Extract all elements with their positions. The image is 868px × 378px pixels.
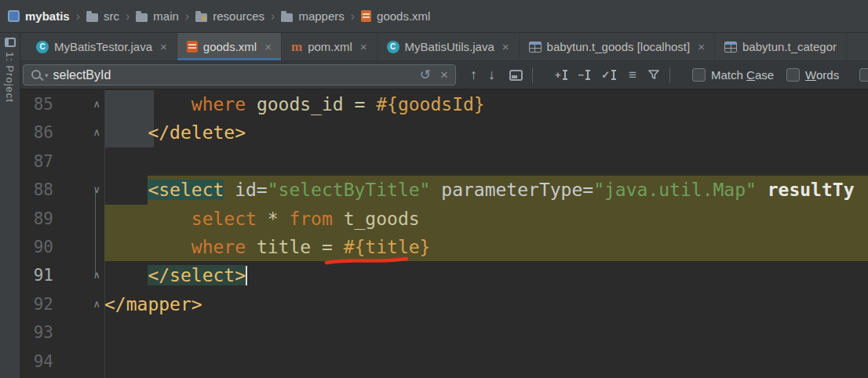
code-token: id= xyxy=(224,180,267,200)
search-history-chevron-icon[interactable]: ▾ xyxy=(45,71,49,79)
filter-icon[interactable] xyxy=(647,69,660,81)
close-tab-icon[interactable]: × xyxy=(360,40,367,53)
clear-search-icon[interactable]: × xyxy=(440,67,448,83)
chevron-right-icon: › xyxy=(185,9,189,24)
words-checkbox[interactable]: Words xyxy=(786,68,839,82)
fold-marker-icon[interactable]: ∧ xyxy=(93,290,100,318)
code-token: parameterType= xyxy=(430,180,593,200)
code-line-88[interactable]: 88∨ <select id="selectByTitle" parameter… xyxy=(20,176,868,204)
next-occurrence-icon[interactable]: ↓ xyxy=(488,67,495,83)
code-line-92[interactable]: 92∧</mapper> xyxy=(20,290,868,318)
tab-label: babytun.t_goods [localhost] xyxy=(547,40,691,53)
breadcrumb-item[interactable]: main xyxy=(136,9,179,23)
code-token xyxy=(104,94,191,114)
fold-connector-line xyxy=(95,205,96,233)
checkbox-box[interactable] xyxy=(859,68,868,82)
code-line-86[interactable]: 86∧ </delete> xyxy=(20,118,868,147)
regex-checkbox[interactable] xyxy=(859,68,868,82)
breadcrumb-item[interactable]: resources xyxy=(195,9,264,23)
fold-marker-icon[interactable]: ∧ xyxy=(93,261,100,289)
resources-icon xyxy=(195,13,207,22)
code-text[interactable] xyxy=(104,318,868,347)
breadcrumb-item[interactable]: goods.xml xyxy=(361,9,430,23)
tab-label: MyBatisTestor.java xyxy=(54,40,152,53)
code-token xyxy=(104,122,148,143)
code-text[interactable]: <select id="selectByTitle" parameterType… xyxy=(104,176,868,204)
editor-tab[interactable]: babytun.t_categor xyxy=(715,33,847,60)
project-strip-label[interactable]: 1: Project xyxy=(4,52,16,103)
line-number: 87 xyxy=(20,147,60,176)
search-options-icon[interactable]: ≡ xyxy=(629,67,636,83)
code-text[interactable]: select * from t_goods xyxy=(104,205,868,233)
code-line-91[interactable]: 91∧ </select> xyxy=(20,261,868,289)
class-icon: C xyxy=(387,41,399,53)
code-token: goods_id = xyxy=(246,94,376,114)
fold-marker-icon[interactable]: ∨ xyxy=(93,176,100,204)
chevron-right-icon: › xyxy=(271,9,275,24)
code-text[interactable]: where title = #{title} xyxy=(104,233,868,261)
folder-icon xyxy=(136,13,148,22)
close-tab-icon[interactable]: × xyxy=(502,40,509,53)
text-cursor-glyph xyxy=(564,70,566,80)
breadcrumb-item[interactable]: src xyxy=(86,9,119,23)
code-token: * xyxy=(257,209,290,229)
code-token: title = xyxy=(246,237,344,257)
tab-label: pom.xml xyxy=(308,40,352,53)
find-toolbar: ▾ selectById ↺ × ↑ ↓ + − ✓ ≡ Match Case … xyxy=(20,61,868,89)
checkbox-box[interactable] xyxy=(786,68,800,82)
code-text[interactable]: </select> xyxy=(104,261,868,289)
search-input[interactable]: selectById xyxy=(53,68,415,82)
words-label: Words xyxy=(805,68,839,82)
code-line-85[interactable]: 85∧ where goods_id = #{goodsId} xyxy=(20,90,868,118)
editor-pane[interactable]: 85∧ where goods_id = #{goodsId}86∧ </del… xyxy=(20,90,868,378)
line-number: 93 xyxy=(20,318,60,347)
code-line-94[interactable]: 94 xyxy=(20,347,868,376)
code-text[interactable]: where goods_id = #{goodsId} xyxy=(104,90,868,118)
fold-marker-icon[interactable]: ∧ xyxy=(93,118,100,147)
toolbar-separator xyxy=(532,67,533,83)
tab-label: babytun.t_categor xyxy=(742,40,837,53)
code-text[interactable]: </mapper> xyxy=(104,290,868,318)
code-area[interactable]: 85∧ where goods_id = #{goodsId}86∧ </del… xyxy=(20,90,868,378)
editor-tab[interactable]: CMyBatisTestor.java× xyxy=(27,33,177,60)
search-field[interactable]: ▾ selectById ↺ × xyxy=(23,64,456,85)
code-line-87[interactable]: 87 xyxy=(20,147,868,176)
close-tab-icon[interactable]: × xyxy=(264,40,272,53)
editor-tab[interactable]: babytun.t_goods [localhost]× xyxy=(520,33,715,60)
tab-bar: CMyBatisTestor.java×goods.xml×mpom.xml×C… xyxy=(20,33,868,61)
code-token xyxy=(104,237,191,257)
code-text[interactable] xyxy=(104,347,868,376)
code-token: #{title} xyxy=(344,237,431,257)
line-number: 86 xyxy=(20,118,60,147)
code-token: where xyxy=(191,94,246,114)
breadcrumb-item[interactable]: mybatis xyxy=(8,9,70,23)
remove-occurrence-icon[interactable]: − xyxy=(578,69,589,81)
toolbar-separator xyxy=(669,67,670,83)
project-tool-strip[interactable]: 1: Project xyxy=(0,33,20,378)
gutter-fold-area: ∧ xyxy=(60,261,104,289)
checkbox-box[interactable] xyxy=(692,68,706,82)
line-number: 88 xyxy=(20,176,60,204)
match-case-checkbox[interactable]: Match Case xyxy=(692,68,774,82)
close-tab-icon[interactable]: × xyxy=(160,40,167,53)
code-line-90[interactable]: 90 where title = #{title} xyxy=(20,233,868,261)
code-line-93[interactable]: 93 xyxy=(20,318,868,347)
open-in-find-window-icon[interactable] xyxy=(509,70,523,81)
line-number: 90 xyxy=(20,233,60,261)
code-token: </select> xyxy=(148,265,246,285)
close-tab-icon[interactable]: × xyxy=(698,40,705,53)
code-text[interactable]: </delete> xyxy=(104,118,868,147)
breadcrumb-item[interactable]: mappers xyxy=(281,9,344,23)
code-line-89[interactable]: 89 select * from t_goods xyxy=(20,205,868,233)
fold-marker-icon[interactable]: ∧ xyxy=(93,90,100,118)
editor-tab[interactable]: mpom.xml× xyxy=(282,33,377,60)
add-occurrence-icon[interactable]: + xyxy=(555,69,566,81)
editor-tab[interactable]: CMyBatisUtils.java× xyxy=(377,33,520,60)
newline-icon[interactable]: ↺ xyxy=(420,67,431,83)
editor-tab[interactable]: goods.xml× xyxy=(177,33,282,60)
select-all-occurrences-icon[interactable]: ✓ xyxy=(601,69,615,81)
chevron-right-icon: › xyxy=(126,9,129,24)
previous-occurrence-icon[interactable]: ↑ xyxy=(470,67,477,83)
xml-file-icon xyxy=(187,41,198,53)
code-text[interactable] xyxy=(104,147,868,176)
